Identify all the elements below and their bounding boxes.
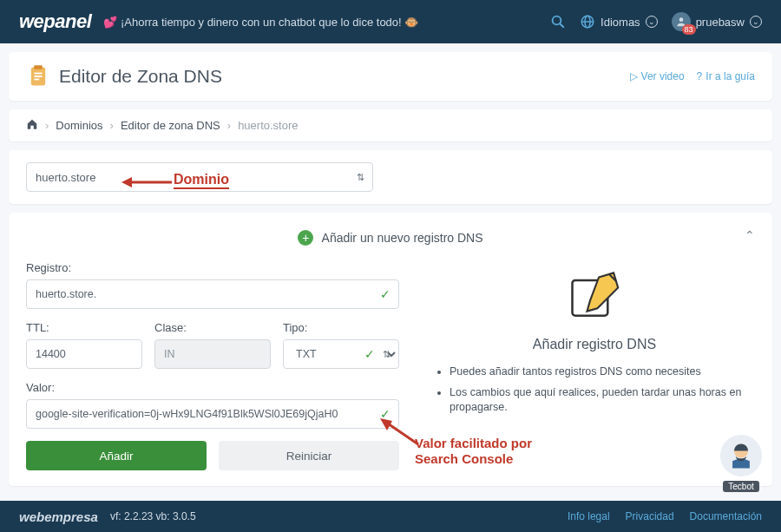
breadcrumb: › Dominios › Editor de zona DNS › huerto… xyxy=(9,109,772,141)
user-menu[interactable]: 83 pruebasw ⌄ xyxy=(672,12,762,31)
svg-point-0 xyxy=(553,16,561,25)
add-button[interactable]: Añadir xyxy=(26,441,207,470)
svg-point-5 xyxy=(679,17,683,22)
add-record-card: + Añadir un nuevo registro DNS ⌃ Registr… xyxy=(9,213,772,486)
tecbot-widget[interactable]: Tecbot xyxy=(717,435,765,492)
footer-link-docs[interactable]: Documentación xyxy=(690,510,762,522)
add-record-illustration: Añadir registro DNS xyxy=(434,270,755,352)
avatar-icon: 83 xyxy=(672,12,691,31)
breadcrumb-sep: › xyxy=(227,119,231,132)
clipboard-icon xyxy=(26,64,50,89)
tagline: 💕 ¡Ahorra tiempo y dinero con un chatbot… xyxy=(103,16,418,29)
footer-bar: webempresa vf: 2.2.23 vb: 3.0.5 Info leg… xyxy=(0,501,781,532)
info-title: Añadir registro DNS xyxy=(434,337,755,352)
breadcrumb-sep: › xyxy=(45,119,49,132)
tip-item: Los cambios que aquí realices, pueden ta… xyxy=(450,385,755,416)
brand-logo: wepanel xyxy=(19,10,91,33)
page-title: Editor de Zona DNS xyxy=(59,66,222,87)
clase-input xyxy=(154,339,271,369)
view-video-link[interactable]: ▷ Ver video xyxy=(630,70,685,82)
svg-line-1 xyxy=(560,23,564,28)
domain-selector-card: huerto.store xyxy=(9,150,772,204)
domain-select[interactable]: huerto.store xyxy=(26,162,373,192)
clase-label: Clase: xyxy=(154,321,271,334)
registro-label: Registro: xyxy=(26,261,399,274)
globe-icon xyxy=(580,14,595,30)
language-dropdown[interactable]: Idiomas ⌄ xyxy=(580,14,658,30)
help-icon: ? xyxy=(697,70,703,82)
valor-input[interactable] xyxy=(26,399,399,429)
video-icon: ▷ xyxy=(630,70,638,82)
search-icon[interactable] xyxy=(550,14,566,30)
breadcrumb-sep: › xyxy=(110,119,114,132)
breadcrumb-item-dominios[interactable]: Dominios xyxy=(56,119,102,132)
collapse-toggle[interactable]: ⌃ xyxy=(745,228,755,242)
footer-logo: webempresa xyxy=(19,509,98,524)
footer-link-legal[interactable]: Info legal xyxy=(568,510,610,522)
breadcrumb-item-editor[interactable]: Editor de zona DNS xyxy=(121,119,220,132)
footer-link-privacy[interactable]: Privacidad xyxy=(626,510,674,522)
notification-badge: 83 xyxy=(682,24,696,35)
tecbot-label: Tecbot xyxy=(723,481,758,492)
language-label: Idiomas xyxy=(601,16,640,29)
info-tips: Puedes añadir tantos registros DNS como … xyxy=(434,365,755,416)
footer-version: vf: 2.2.23 vb: 3.0.5 xyxy=(110,510,196,522)
breadcrumb-current: huerto.store xyxy=(238,119,298,132)
tipo-label: Tipo: xyxy=(283,321,399,334)
go-to-guide-link[interactable]: ? Ir a la guía xyxy=(697,70,755,82)
home-icon[interactable] xyxy=(26,118,38,133)
svg-rect-7 xyxy=(34,65,42,69)
top-bar: wepanel 💕 ¡Ahorra tiempo y dinero con un… xyxy=(0,0,781,43)
add-record-title: Añadir un nuevo registro DNS xyxy=(322,231,483,245)
tecbot-avatar xyxy=(720,435,762,476)
page-header-card: Editor de Zona DNS ▷ Ver video ? Ir a la… xyxy=(9,52,772,101)
reset-button[interactable]: Reiniciar xyxy=(219,441,399,470)
plus-icon: + xyxy=(298,230,313,246)
ttl-input[interactable] xyxy=(26,339,142,369)
user-name: pruebasw xyxy=(696,16,745,29)
tip-item: Puedes añadir tantos registros DNS como … xyxy=(450,365,755,380)
valor-label: Valor: xyxy=(26,381,399,394)
chevron-down-icon: ⌄ xyxy=(750,16,762,28)
chevron-down-icon: ⌄ xyxy=(646,16,658,28)
registro-input[interactable] xyxy=(26,279,399,309)
tipo-select[interactable]: TXT xyxy=(283,339,399,369)
ttl-label: TTL: xyxy=(26,321,142,334)
